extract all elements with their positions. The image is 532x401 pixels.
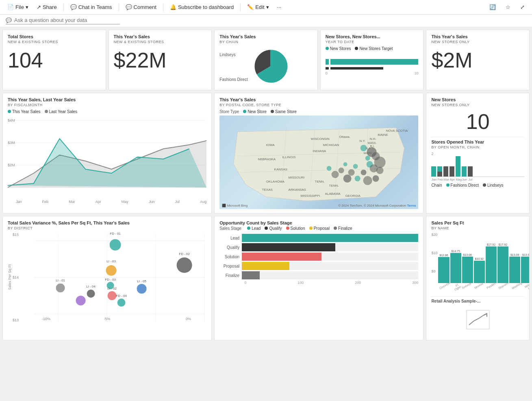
share-button[interactable]: ↗ Share (33, 2, 60, 12)
opened-bar-feb (437, 166, 442, 177)
card-sales-sqft: Sales Per Sq Ft BY NAME $20$10$0 $12.86 … (426, 216, 530, 340)
sqft-bar-7: $13.08 (509, 253, 520, 283)
sqft-title: Sales Per Sq Ft (431, 220, 524, 225)
subscribe-label: Subscribe to dashboard (178, 4, 234, 10)
bubble-chart-container: $15 $14 $13 FD - 01 (13, 233, 206, 322)
line-chart-area: $4M $3M $2M (8, 116, 206, 199)
ns-ytd-bars: 010 (326, 59, 419, 75)
share-label: Share (43, 4, 57, 10)
bubble-subtitle: BY DISTRICT (8, 226, 206, 230)
bookmark-button[interactable]: ☆ (502, 2, 514, 12)
edit-button[interactable]: ✏️ Edit ▾ (244, 2, 272, 12)
svg-text:LI - 02: LI - 02 (107, 287, 117, 290)
map-placeholder[interactable]: IOWA ILLINOIS NEBRASKA KANSAS MISSOURI O… (219, 116, 418, 209)
topbar: 📄 File ▾ ↗ Share 💬 Chat in Teams 💬 Comme… (0, 0, 532, 15)
pie-container: Lindseys Fashions Direct (219, 48, 313, 86)
more-button[interactable]: ··· (274, 2, 285, 12)
svg-point-23 (343, 174, 352, 183)
opp-bar-solution: Solution (219, 253, 418, 261)
sqft-bar-1: $12.86 (438, 254, 449, 283)
svg-text:GEORGIA: GEORGIA (345, 194, 361, 198)
y-mid: $3M (8, 141, 15, 145)
ns-legend-item-2: New Stores Target (355, 46, 393, 51)
svg-point-63 (110, 239, 121, 251)
svg-point-26 (373, 175, 379, 182)
svg-point-27 (343, 162, 347, 166)
comment-button[interactable]: 💬 Comment (122, 2, 160, 12)
file-menu[interactable]: 📄 File ▾ (4, 2, 32, 12)
edit-icon: ✏️ (247, 4, 254, 10)
line-legend: This Year Sales Last Year Sales (8, 109, 206, 114)
svg-point-81 (76, 296, 86, 305)
svg-point-75 (108, 291, 117, 300)
pie-label-lindseys: Lindseys (219, 52, 248, 57)
divider-4 (240, 3, 241, 11)
svg-text:MASS.: MASS. (368, 142, 377, 144)
svg-text:R.I.: R.I. (370, 145, 375, 148)
svg-text:WISCONSIN: WISCONSIN (311, 137, 330, 141)
card-map: This Year's Sales BY POSTAL CODE, STORE … (214, 93, 423, 214)
file-icon: 📄 (7, 4, 14, 10)
svg-text:N.Y.: N.Y. (360, 139, 366, 143)
tys-new-only-value: $2M (431, 49, 524, 72)
line-xaxis: JanFebMarAprMayJunJulAug (8, 200, 206, 204)
qa-input[interactable] (14, 17, 120, 23)
card-new-stores-ytd: New Stores, New Stores... YEAR TO DATE N… (320, 30, 424, 90)
svg-point-65 (177, 257, 192, 273)
svg-point-28 (339, 168, 344, 173)
svg-point-22 (348, 169, 355, 176)
tys-new-only-title: This Year's Sales (431, 34, 524, 39)
opp-legend: Sales Stage Lead Qualify Solution Propos… (219, 226, 418, 231)
sqft-bar-8: $13.08 (521, 253, 530, 283)
comment-icon: 💬 (126, 4, 132, 10)
sqft-y-axis: $20$10$0 (431, 233, 437, 273)
pie-label-fashions: Fashions Direct (219, 77, 248, 82)
refresh-button[interactable]: 🔄 (486, 2, 499, 12)
sqft-chart-wrapper: $20$10$0 $12.86 $14.75 $13.08 (431, 233, 524, 290)
svg-text:LI - 04: LI - 04 (86, 285, 96, 288)
opp-bar-lead: Lead (219, 234, 418, 242)
stores-opened-section: Stores Opened This Year BY OPEN MONTH, C… (431, 137, 524, 187)
opened-bar-jul (468, 166, 473, 177)
divider-2 (119, 3, 119, 11)
opp-solution: Solution (286, 226, 305, 231)
fullscreen-button[interactable]: ⤢ (517, 2, 528, 12)
dashboard: Total Stores NEW & EXISTING STORES 104 T… (0, 27, 532, 343)
ns-ytd-title: New Stores, New Stores... (326, 34, 419, 39)
card-this-year-new-only: This Year's Sales NEW STORES ONLY $2M (426, 30, 530, 90)
retail-sample-section: Retail Analysis Sample-... (431, 296, 524, 336)
ns-ytd-legend: New Stores New Stores Target (326, 46, 419, 51)
opened-bar-mar (443, 166, 448, 177)
qa-bar: 💬 (0, 15, 532, 27)
ns-count-subtitle: NEW STORES ONLY (431, 103, 524, 107)
sqft-x-labels: Cincinna... Ft. Oglet... Knoxvill... Mon… (438, 284, 530, 290)
sqft-bar-5: $17.92 (486, 243, 497, 283)
card-this-year-sales-chain: This Year's Sales BY CHAIN Lindseys Fash… (214, 30, 318, 90)
svg-point-67 (106, 265, 117, 276)
ns-ytd-subtitle: YEAR TO DATE (326, 40, 419, 44)
opened-bar-may (456, 156, 460, 177)
total-stores-subtitle: NEW & EXISTING STORES (8, 40, 101, 44)
pie-chart (252, 48, 289, 86)
opp-x-axis: 0100200300 (219, 281, 418, 285)
svg-text:MICHIGAN: MICHIGAN (323, 143, 339, 147)
svg-text:N.J.: N.J. (366, 147, 371, 150)
svg-text:0%: 0% (186, 317, 191, 321)
svg-text:FD - 02: FD - 02 (179, 252, 190, 256)
subscribe-button[interactable]: 🔔 Subscribe to dashboard (167, 2, 237, 12)
svg-text:NEBRASKA: NEBRASKA (258, 157, 276, 161)
map-attribution: © 2024 TomTom, © 2024 Microsoft Corporat… (338, 204, 416, 207)
comment-label: Comment (134, 4, 156, 10)
svg-text:ARKANSAS: ARKANSAS (289, 188, 306, 192)
svg-text:MISSOURI: MISSOURI (289, 176, 305, 179)
opened-x-labels: Jan Feb Mar Apr May Jun Jul (431, 178, 524, 181)
svg-text:TENN.: TENN. (315, 180, 325, 183)
qa-input-container[interactable]: 💬 (6, 17, 120, 24)
map-legend-new: New Store (243, 109, 267, 114)
svg-text:N.H.: N.H. (370, 137, 376, 141)
subscribe-icon: 🔔 (170, 4, 176, 10)
tys-new-subtitle: NEW & EXISTING STORES (114, 40, 207, 44)
svg-text:FD - 01: FD - 01 (110, 233, 121, 235)
map-terms-link[interactable]: Terms (407, 204, 416, 207)
chat-in-teams-button[interactable]: 💬 Chat in Teams (67, 2, 115, 12)
